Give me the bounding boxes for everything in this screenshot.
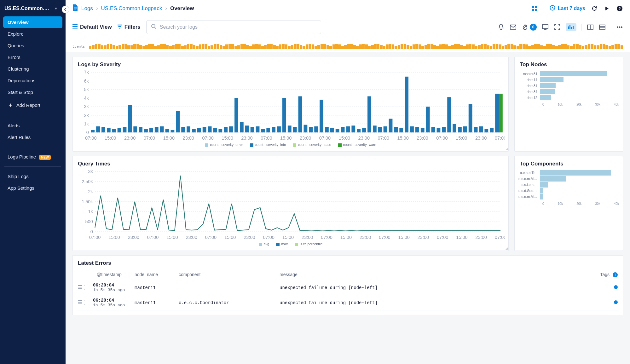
menu-icon[interactable] — [78, 285, 82, 290]
svg-rect-80 — [288, 125, 292, 132]
mail-icon[interactable] — [510, 24, 517, 31]
sidebar-item-ship-logs[interactable]: Ship Logs — [3, 170, 62, 182]
sidebar-item-overview[interactable]: Overview — [3, 16, 62, 28]
hbar-row[interactable]: o.e.c.m.Me... — [518, 194, 619, 199]
time-ago: 1h 5m 35s ago — [93, 288, 135, 292]
col-tags[interactable]: Tags i — [599, 272, 618, 278]
hbar-row[interactable]: data34 — [518, 89, 619, 94]
breadcrumb-logs[interactable]: Logs — [81, 5, 93, 12]
sidebar-item-start-stop[interactable]: Start & Stop — [3, 86, 62, 98]
split-view-icon[interactable] — [587, 24, 594, 31]
svg-rect-9 — [118, 25, 122, 26]
plus-icon: ＋ — [8, 101, 13, 109]
resize-handle[interactable]: ◢ — [506, 147, 508, 151]
view-selector[interactable]: Default View — [72, 24, 112, 30]
cell-node: master11 — [135, 285, 179, 290]
cell-message: unexpected failure during [node-left] — [280, 285, 599, 290]
tag-dot[interactable] — [614, 300, 618, 304]
svg-rect-78 — [277, 126, 281, 132]
svg-rect-57 — [165, 129, 169, 132]
svg-rect-18 — [568, 26, 569, 29]
apps-grid-icon[interactable] — [531, 5, 538, 12]
svg-text:2k: 2k — [88, 189, 93, 194]
logs-by-severity-chart[interactable]: 01k2k3k4k5k6k7k07:0015:0023:0007:0015:00… — [77, 70, 505, 142]
breadcrumb-logpack[interactable]: US.ES.Common.Logpack — [101, 5, 162, 12]
notification-count-badge: 0 — [530, 24, 537, 31]
add-report-button[interactable]: ＋ Add Report — [3, 98, 62, 112]
table-row[interactable]: ⌃⌄ 06:20:04 1h 5m 35s ago master11 unexp… — [78, 280, 618, 295]
svg-text:15:00: 15:00 — [397, 136, 408, 141]
hbar-bar — [540, 170, 611, 176]
sidebar-item-clustering[interactable]: Clustering — [3, 63, 62, 75]
sidebar-item-alerts[interactable]: Alerts — [3, 120, 62, 131]
hbar-row[interactable]: o.e.c.m.Me... — [518, 176, 619, 182]
sidebar-item-queries[interactable]: Queries — [3, 40, 62, 51]
sidebar-item-errors[interactable]: Errors — [3, 51, 62, 63]
svg-rect-95 — [367, 96, 371, 132]
filters-button[interactable]: Filters — [118, 24, 141, 30]
col-node[interactable]: node_name — [135, 272, 179, 278]
svg-rect-120 — [499, 94, 503, 133]
query-times-chart[interactable]: 05001k1.50k2k2.50k3k07:0015:0023:0007:00… — [77, 170, 505, 241]
events-histogram[interactable] — [89, 44, 623, 49]
refresh-button[interactable] — [591, 5, 598, 12]
svg-rect-7 — [72, 26, 78, 27]
sidebar-item-deprecations[interactable]: Deprecations — [3, 75, 62, 86]
hbar-row[interactable]: o.e.a.b.Tr... — [518, 170, 619, 176]
menu-icon[interactable] — [78, 300, 82, 305]
tag-dot[interactable] — [614, 285, 618, 289]
svg-rect-116 — [479, 126, 483, 132]
svg-rect-181 — [78, 288, 82, 289]
sidebar-item-explore[interactable]: Explore — [3, 28, 62, 40]
svg-rect-182 — [78, 300, 82, 301]
sidebar-item-app-settings[interactable]: App Settings — [3, 182, 62, 194]
svg-rect-98 — [384, 126, 387, 132]
svg-text:15:00: 15:00 — [280, 136, 292, 141]
table-row[interactable]: ⌃⌄ 06:20:04 1h 5m 35s ago master11 o.e.c… — [78, 295, 618, 310]
play-button[interactable] — [604, 5, 610, 12]
col-component[interactable]: component — [179, 272, 280, 278]
info-icon[interactable]: i — [613, 272, 618, 277]
svg-text:07:00: 07:00 — [437, 235, 448, 240]
top-components-chart[interactable]: o.e.a.b.Tr...o.e.c.m.Me...c.s.l.e.h....o… — [515, 168, 623, 209]
hbar-row[interactable]: o.e.d.Seed... — [518, 188, 619, 194]
sidebar-item-logs-pipeline[interactable]: Logs Pipeline NEW — [3, 151, 62, 163]
svg-rect-96 — [373, 125, 377, 132]
sidebar-collapse-button[interactable] — [62, 6, 69, 13]
expand-icon[interactable]: ⌃⌄ — [84, 285, 85, 290]
col-message[interactable]: message — [280, 272, 599, 278]
hbar-row[interactable]: master31 — [518, 71, 619, 76]
bell-icon[interactable] — [498, 24, 505, 31]
sidebar-item-alert-rules[interactable]: Alert Rules — [3, 131, 62, 143]
svg-rect-75 — [261, 129, 265, 132]
help-button[interactable]: ? — [616, 5, 623, 12]
drop-icon[interactable] — [522, 24, 529, 31]
svg-rect-68 — [224, 127, 228, 132]
bar-view-toggle[interactable] — [566, 23, 576, 31]
svg-text:23:00: 23:00 — [183, 136, 194, 141]
list-view-icon[interactable] — [599, 24, 606, 31]
expand-icon[interactable]: ⌃⌄ — [84, 300, 85, 305]
fullscreen-icon[interactable] — [554, 24, 561, 31]
hbar-row[interactable]: data12 — [518, 95, 619, 100]
svg-text:07:00: 07:00 — [261, 136, 272, 141]
hbar-row[interactable]: c.s.l.e.h.... — [518, 182, 619, 188]
hbar-row[interactable]: data14 — [518, 77, 619, 82]
panel-title: Top Components — [515, 156, 623, 168]
more-menu-icon[interactable]: ••• — [616, 24, 623, 31]
col-timestamp[interactable]: @timestamp — [78, 272, 135, 278]
search-input[interactable]: Search your logs — [146, 20, 321, 34]
svg-rect-63 — [197, 128, 201, 133]
svg-text:15:00: 15:00 — [456, 136, 467, 141]
hbar-row[interactable]: data31 — [518, 83, 619, 88]
svg-rect-183 — [78, 302, 82, 303]
time-range-picker[interactable]: Last 7 days — [550, 5, 585, 12]
screen-icon[interactable] — [542, 24, 549, 31]
svg-rect-118 — [490, 128, 494, 133]
resize-handle[interactable]: ◢ — [506, 247, 508, 250]
space-selector[interactable]: US.ES.Common.Lo... ▼ — [3, 3, 62, 16]
svg-rect-58 — [171, 130, 174, 132]
top-nodes-chart[interactable]: master31data14data31data34data12010k20k3… — [515, 68, 623, 109]
chevron-down-icon: ▼ — [54, 7, 58, 10]
svg-text:07:00: 07:00 — [378, 136, 389, 141]
